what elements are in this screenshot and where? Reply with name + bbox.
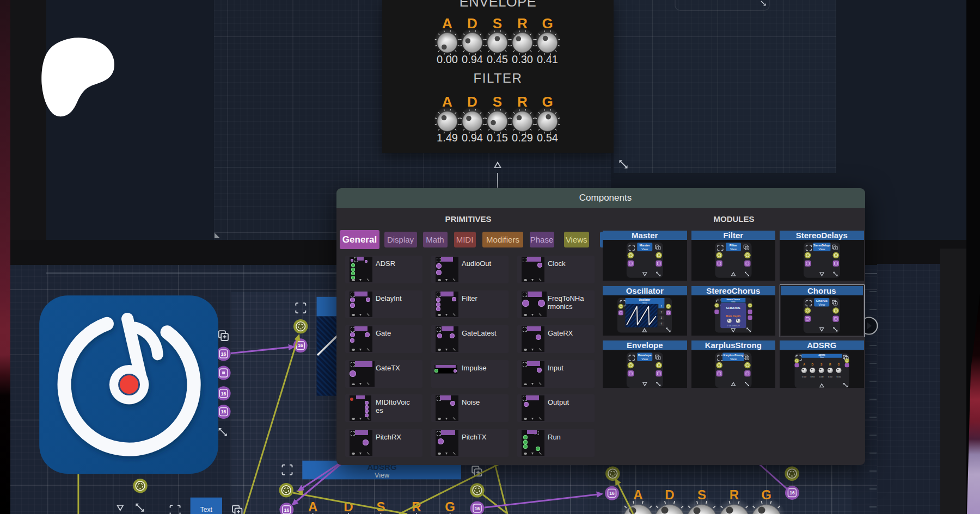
svg-text:0.94: 0.94 [811,375,816,378]
svg-text:D: D [344,499,353,514]
svg-text:0.00: 0.00 [819,375,824,378]
svg-text:0.00: 0.00 [802,375,807,378]
svg-text:View: View [730,357,737,361]
svg-text:Envelope: Envelope [638,354,651,357]
svg-text:StereoDelays: StereoDelays [813,244,831,247]
svg-text:S: S [376,499,385,514]
svg-text:View: View [730,247,737,251]
svg-text:2: 2 [660,311,662,314]
svg-text:View: View [731,301,736,303]
svg-text:Text: Text [200,506,213,513]
svg-text:4: 4 [660,322,662,325]
svg-text:Karplus-Strong: Karplus-Strong [724,354,743,357]
svg-text:Filter: Filter [730,244,738,247]
svg-text:A: A [803,363,805,366]
svg-text:View: View [641,357,648,361]
svg-text:1: 1 [660,305,662,308]
svg-text:A: A [308,499,317,514]
svg-text:3: 3 [660,316,662,319]
svg-text:View: View [819,247,825,251]
svg-text:View: View [820,356,824,358]
svg-text:D: D [812,363,814,366]
svg-text:View: View [641,247,648,251]
svg-text:Rate Depth: Rate Depth [726,314,740,318]
svg-text:Master: Master [640,244,651,247]
svg-text:Chorus: Chorus [816,299,828,302]
svg-text:CHORUS: CHORUS [726,306,740,309]
svg-text:G: G [838,363,840,366]
svg-text:0.00: 0.00 [837,375,842,378]
svg-text:2:14 0.00028: 2:14 0.00028 [727,324,740,327]
svg-text:R: R [829,363,831,366]
svg-text:0.50: 0.50 [828,375,833,378]
svg-text:G: G [445,499,455,514]
svg-text:View: View [818,303,825,306]
svg-text:View: View [642,301,647,304]
svg-text:View: View [375,472,390,479]
